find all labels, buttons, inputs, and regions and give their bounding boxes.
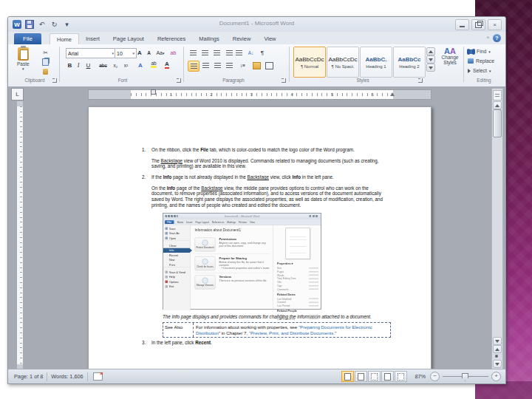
find-button[interactable]: Find ▾ <box>468 49 491 54</box>
ruler-toggle-button[interactable] <box>493 90 502 100</box>
ribbon-tab[interactable]: Insert <box>79 33 106 44</box>
show-hide-marks-button[interactable]: ¶ <box>258 48 267 58</box>
sort-button[interactable]: A↓ <box>246 48 256 58</box>
scrollbar-thumb[interactable] <box>493 109 502 137</box>
underline-button[interactable]: U <box>83 61 94 70</box>
styles-gallery-more[interactable] <box>426 64 435 72</box>
font-family-combo[interactable]: Arial ▾ <box>66 48 116 58</box>
bullets-button[interactable] <box>188 48 198 58</box>
scroll-up-button[interactable] <box>493 101 502 109</box>
font-size-combo[interactable]: 10 ▾ <box>115 48 137 58</box>
styles-dialog-launcher[interactable] <box>418 78 423 83</box>
paste-button[interactable]: Paste ▾ <box>17 47 30 71</box>
zoom-out-button[interactable]: − <box>430 372 440 381</box>
clipboard-dialog-launcher[interactable] <box>52 78 57 83</box>
zoom-level[interactable]: 87% <box>415 373 426 380</box>
style-cell[interactable]: AaBbCcDc ¶ Normal <box>293 47 326 78</box>
format-painter-button[interactable] <box>41 67 50 76</box>
align-left-button[interactable] <box>188 61 200 72</box>
minimize-button[interactable] <box>455 19 469 30</box>
word-count[interactable]: Words: 1,606 <box>51 373 83 380</box>
scroll-down-button[interactable] <box>493 337 502 345</box>
text-effects-button[interactable]: A <box>135 61 146 70</box>
indent-marker[interactable] <box>151 89 156 95</box>
shot-tab: Page Layout <box>195 221 208 224</box>
proofing-status-icon[interactable] <box>93 372 103 381</box>
minimize-ribbon-icon[interactable]: ^ <box>487 35 489 41</box>
help-icon[interactable]: ? <box>493 34 501 42</box>
ribbon-tab[interactable]: Page Layout <box>106 33 151 44</box>
next-page-button[interactable] <box>493 360 502 368</box>
paste-dropdown-icon[interactable]: ▾ <box>22 66 24 71</box>
ribbon-tab[interactable]: Home <box>50 33 79 45</box>
list-item-1: 1.On the ribbon, click the File tab, whi… <box>142 147 390 153</box>
align-center-button[interactable] <box>200 61 211 70</box>
embedded-screenshot[interactable]: Document1 - Microsoft Word File HomeInse… <box>163 213 321 310</box>
shot-section-icon <box>202 259 208 265</box>
highlight-color-button[interactable]: ab <box>148 60 160 69</box>
zoom-slider-thumb[interactable] <box>462 373 468 381</box>
styles-scroll-down[interactable] <box>426 55 435 64</box>
web-layout-view-button[interactable] <box>368 371 381 382</box>
line-spacing-button[interactable]: ↕≡ <box>237 61 248 70</box>
font-family-dropdown-icon[interactable]: ▾ <box>112 51 114 55</box>
ribbon-tab[interactable]: Review <box>226 33 258 44</box>
zoom-in-button[interactable]: + <box>491 372 501 381</box>
font-size-dropdown-icon[interactable]: ▾ <box>132 51 134 55</box>
right-indent-marker[interactable] <box>390 92 395 96</box>
vertical-ruler[interactable] <box>17 101 23 369</box>
shot-file-tab: File <box>165 220 174 224</box>
borders-icon <box>265 62 273 69</box>
shrink-font-button[interactable]: A <box>145 48 153 58</box>
grow-font-button[interactable]: A <box>135 48 144 58</box>
align-right-button[interactable] <box>212 61 222 70</box>
replace-button[interactable]: Replace <box>468 58 494 64</box>
change-styles-button[interactable]: AA Change Styles <box>438 47 462 65</box>
multilevel-list-button[interactable] <box>211 48 222 58</box>
draft-view-button[interactable] <box>395 371 407 382</box>
ribbon-tab[interactable]: Mailings <box>192 33 226 44</box>
document-page[interactable]: 1.On the ribbon, click the File tab, whi… <box>88 106 432 369</box>
select-button[interactable]: Select ▾ <box>468 68 491 73</box>
styles-scroll-up[interactable] <box>426 47 435 55</box>
bold-button[interactable]: B <box>66 61 74 70</box>
copy-button[interactable] <box>41 58 50 66</box>
style-cell[interactable]: AaBbC. Heading 1 <box>360 47 392 78</box>
close-button[interactable]: × <box>488 19 502 30</box>
borders-button[interactable] <box>264 61 274 70</box>
strikethrough-button[interactable]: abc <box>97 61 109 70</box>
paragraph-dialog-launcher[interactable] <box>282 78 286 83</box>
restore-button[interactable] <box>471 19 485 30</box>
backstage-view-image: Document1 - Microsoft Word File HomeInse… <box>163 213 321 310</box>
ribbon-tab[interactable]: References <box>151 33 192 44</box>
cut-button[interactable]: ✂ <box>41 48 50 57</box>
font-group-label: Font <box>89 78 156 83</box>
outline-view-button[interactable] <box>381 371 394 382</box>
font-dialog-launcher[interactable] <box>177 78 181 83</box>
horizontal-ruler[interactable]: 123456 <box>88 89 432 100</box>
ribbon-tab-file[interactable]: File <box>14 33 41 44</box>
page-indicator[interactable]: Page: 1 of 8 <box>14 373 43 380</box>
change-case-button[interactable]: Aa▾ <box>154 48 166 58</box>
numbering-button[interactable] <box>200 48 210 58</box>
increase-indent-button[interactable] <box>234 48 243 58</box>
shot-tab: Mailings <box>227 221 236 224</box>
tab-selector[interactable]: L <box>11 88 24 100</box>
decrease-indent-button[interactable] <box>225 48 233 58</box>
zoom-slider-track[interactable] <box>443 376 488 377</box>
italic-button[interactable]: I <box>75 61 82 70</box>
style-cell[interactable]: AaBbCcDc ¶ No Spaci. <box>327 47 359 78</box>
justify-button[interactable] <box>224 61 234 70</box>
clipboard-group-label: Clipboard <box>16 78 54 83</box>
style-cell[interactable]: AaBbCc Heading 2 <box>393 47 426 78</box>
print-layout-view-button[interactable] <box>341 371 354 382</box>
select-browse-object-button[interactable] <box>493 352 500 359</box>
subscript-button[interactable]: x₂ <box>111 61 120 70</box>
clear-formatting-button[interactable]: ab <box>168 48 179 58</box>
fullscreen-reading-view-button[interactable] <box>355 371 367 382</box>
ribbon-tab[interactable]: View <box>257 33 282 44</box>
superscript-button[interactable]: x² <box>121 61 131 70</box>
font-color-button[interactable]: A <box>162 60 172 69</box>
shading-button[interactable] <box>251 61 262 70</box>
vertical-scrollbar[interactable] <box>491 88 503 371</box>
